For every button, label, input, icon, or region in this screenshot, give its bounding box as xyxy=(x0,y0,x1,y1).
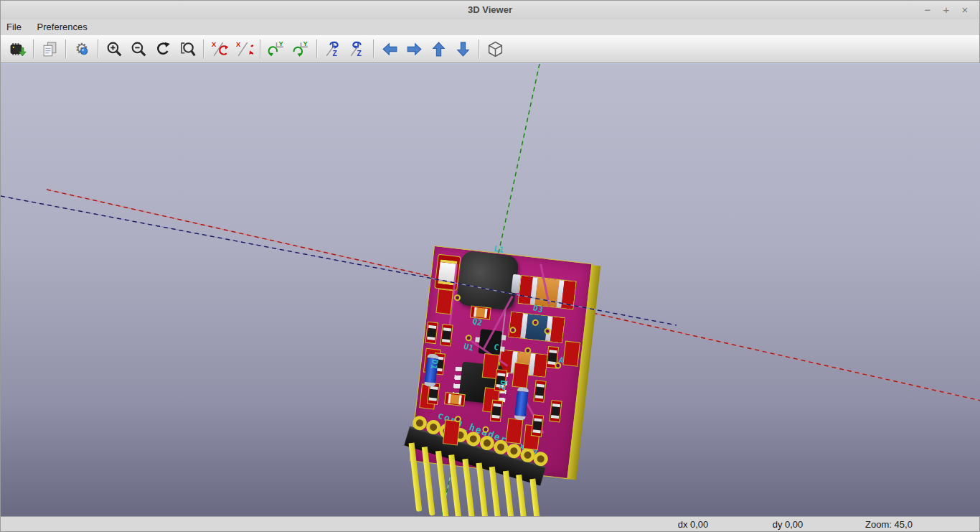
arrow-left-icon xyxy=(381,40,399,58)
move-up-button[interactable] xyxy=(428,38,449,60)
rotate-x-cw-button[interactable]: X xyxy=(209,38,230,60)
status-dx: dx 0,00 xyxy=(654,519,732,530)
rotate-z-ccw-button[interactable]: Z xyxy=(347,38,368,60)
arrow-down-icon xyxy=(454,40,472,58)
toolbar-separator xyxy=(316,39,317,58)
header-pin xyxy=(476,462,489,516)
maximize-button[interactable]: + xyxy=(939,1,953,19)
wireframe-cube-icon xyxy=(486,40,504,58)
rotate-y-clockwise-icon: Y xyxy=(268,40,286,58)
pcb-transistor-q2 xyxy=(478,329,502,355)
app-window: 3D Viewer − + × File Preferences xyxy=(0,0,980,532)
rotate-y-ccw-button[interactable]: Y xyxy=(290,38,311,60)
reload-board-button[interactable] xyxy=(6,38,28,60)
menu-preferences[interactable]: Preferences xyxy=(31,19,94,35)
magnifier-minus-icon xyxy=(130,40,148,58)
pcb-silkscreen-label: D2 xyxy=(497,379,509,391)
zoom-fit-button[interactable] xyxy=(176,38,198,60)
redraw-button[interactable] xyxy=(152,38,174,60)
rotate-z-cw-button[interactable]: Z xyxy=(322,38,344,60)
pcb-silkscreen-label: L1 xyxy=(493,244,505,256)
zoom-in-button[interactable] xyxy=(103,38,125,60)
arrow-up-icon xyxy=(430,40,448,58)
status-bar: dx 0,00 dy 0,00 Zoom: 45,0 xyxy=(1,516,979,532)
copy-image-button[interactable] xyxy=(39,38,60,60)
render-sphere-icon xyxy=(73,40,91,58)
copy-pages-icon xyxy=(41,40,59,58)
zoom-out-button[interactable] xyxy=(128,38,149,60)
magnifier-fit-icon xyxy=(179,40,197,58)
move-left-button[interactable] xyxy=(379,38,400,60)
menu-file[interactable]: File xyxy=(1,19,28,35)
svg-text:Y: Y xyxy=(303,40,308,47)
svg-text:X: X xyxy=(212,41,217,48)
menu-bar: File Preferences xyxy=(1,19,979,35)
header-pin xyxy=(462,459,475,516)
rotate-y-cw-button[interactable]: Y xyxy=(265,38,287,60)
status-zoom: Zoom: 45,0 xyxy=(839,519,939,530)
toolbar-separator xyxy=(65,39,66,58)
svg-text:Y: Y xyxy=(278,40,283,47)
pcb-pad xyxy=(513,363,529,388)
pcb-pad xyxy=(443,420,460,444)
toolbar-separator xyxy=(479,39,479,58)
svg-text:Z: Z xyxy=(332,50,337,57)
header-pin xyxy=(408,443,421,512)
pcb-pad xyxy=(563,342,580,366)
chip-reload-icon xyxy=(9,40,27,58)
render-options-button[interactable]: ⚙ xyxy=(71,38,93,60)
svg-text:X: X xyxy=(236,41,241,48)
refresh-arrow-icon xyxy=(154,40,172,58)
minimize-button[interactable]: − xyxy=(920,1,935,19)
header-pin xyxy=(448,454,461,516)
svg-text:Z: Z xyxy=(357,50,362,57)
pcb-pad xyxy=(436,289,453,314)
ortho-projection-button[interactable] xyxy=(484,38,506,60)
toolbar: ⚙ xyxy=(1,35,979,63)
move-down-button[interactable] xyxy=(452,38,473,60)
toolbar-separator xyxy=(33,39,34,58)
rotate-z-clockwise-icon: Z xyxy=(324,40,342,58)
toolbar-separator xyxy=(260,39,260,58)
pcb-pad xyxy=(507,419,523,443)
toolbar-separator xyxy=(98,39,98,58)
header-pin xyxy=(435,451,448,516)
window-title: 3D Viewer xyxy=(1,1,979,19)
rotate-y-counterclockwise-icon: Y xyxy=(292,40,310,58)
toolbar-separator xyxy=(373,39,374,58)
rotate-x-ccw-button[interactable]: X xyxy=(233,38,255,60)
header-pin xyxy=(422,447,435,515)
title-bar[interactable]: 3D Viewer − + × xyxy=(1,1,979,19)
pcb-3d-model: conn_header_1x10 L1D3CAU1Q2D1D2 xyxy=(410,246,593,479)
close-button[interactable]: × xyxy=(958,1,972,19)
toolbar-separator xyxy=(203,39,204,58)
arrow-right-icon xyxy=(405,40,423,58)
status-dy: dy 0,00 xyxy=(748,519,827,530)
magnifier-plus-icon xyxy=(105,40,123,58)
move-right-button[interactable] xyxy=(403,38,425,60)
rotate-x-counterclockwise-icon: X xyxy=(235,40,253,58)
pcb-silkscreen-label: D1 xyxy=(428,358,440,370)
rotate-x-clockwise-icon: X xyxy=(211,40,229,58)
rotate-z-counterclockwise-icon: Z xyxy=(349,40,367,58)
pcb-chip-capacitor xyxy=(445,393,465,406)
viewport-canvas[interactable]: conn_header_1x10 L1D3CAU1Q2D1D2 xyxy=(1,63,980,516)
